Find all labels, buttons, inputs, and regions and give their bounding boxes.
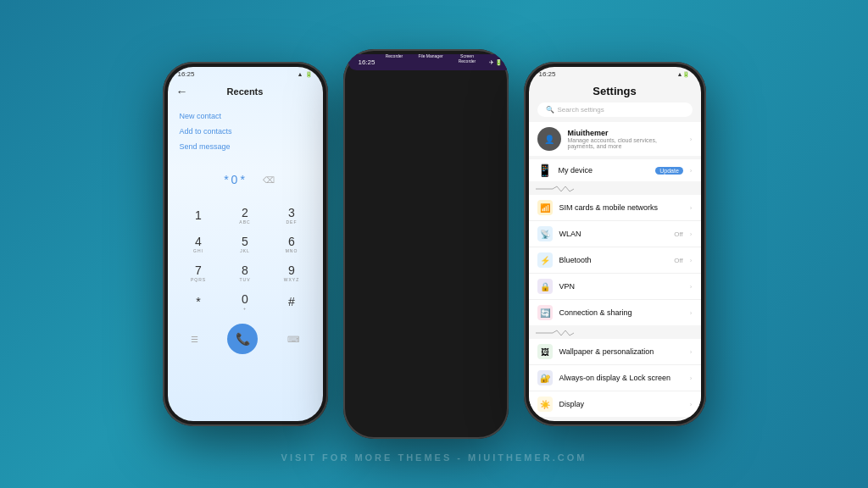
screen-middle: 16:25 ✈ 🔋 bbox=[348, 54, 509, 70]
send-message-option[interactable]: Send message bbox=[180, 139, 311, 154]
profile-info: Miuithemer Manage accounts, cloud servic… bbox=[568, 129, 683, 149]
status-icons-right: ▲🔋 bbox=[677, 71, 691, 78]
status-icons-left: ▲ 🔋 bbox=[298, 71, 313, 78]
search-placeholder: Search settings bbox=[558, 106, 604, 114]
display-icon: ☀️ bbox=[537, 396, 553, 412]
dialer-display: *0* bbox=[215, 164, 256, 195]
vpn-label: VPN bbox=[559, 282, 683, 291]
connection-icon: 🔄 bbox=[537, 305, 553, 320]
phone-middle: 16:25 ✈ 🔋 bbox=[343, 49, 509, 439]
device-label: My device bbox=[559, 166, 649, 175]
dial-key-5[interactable]: 5JKL bbox=[223, 230, 268, 258]
profile-chevron-icon: › bbox=[690, 136, 693, 143]
display-label: Display bbox=[559, 400, 683, 408]
wlan-label: WLAN bbox=[559, 230, 668, 238]
sim-icon: 📶 bbox=[537, 200, 553, 215]
sim-chevron-icon: › bbox=[690, 204, 693, 212]
back-arrow-icon[interactable]: ← bbox=[176, 85, 188, 98]
heartbeat-divider-bottom bbox=[529, 329, 701, 337]
wallpaper-icon: 🖼 bbox=[537, 344, 553, 359]
setting-bluetooth[interactable]: ⚡ Bluetooth Off › bbox=[529, 247, 701, 274]
profile-name: Miuithemer bbox=[568, 129, 683, 137]
status-time-right: 16:25 bbox=[539, 70, 556, 78]
screen-right: 16:25 ▲🔋 Settings 🔍 Search settings 👤 Mi… bbox=[529, 67, 701, 421]
wallpaper-chevron-icon: › bbox=[690, 348, 693, 356]
phone-right: 16:25 ▲🔋 Settings 🔍 Search settings 👤 Mi… bbox=[524, 62, 706, 426]
dial-key-star[interactable]: * bbox=[176, 288, 221, 315]
status-time-left: 16:25 bbox=[178, 70, 195, 78]
add-to-contacts-option[interactable]: Add to contacts bbox=[180, 124, 311, 139]
profile-sub: Manage accounts, cloud services, payment… bbox=[568, 137, 683, 149]
settings-group-display: 🖼 Wallpaper & personalization › 🔐 Always… bbox=[529, 339, 701, 417]
settings-search[interactable]: 🔍 Search settings bbox=[537, 103, 693, 117]
bluetooth-value: Off bbox=[674, 257, 683, 264]
dialer-bottom: ☰ 📞 ⌨ bbox=[168, 319, 323, 359]
wallpaper-label: Wallpaper & personalization bbox=[559, 347, 683, 356]
app-labels: Recorder File Manager Screen Recorder bbox=[380, 54, 482, 64]
new-contact-option[interactable]: New contact bbox=[180, 108, 311, 124]
wlan-icon: 📡 bbox=[537, 226, 553, 241]
call-icon: 📞 bbox=[236, 332, 250, 346]
device-chevron-icon: › bbox=[690, 167, 693, 175]
dialpad: 1 2ABC 3DEF 4GHI 5JKL 6MNO 7PQRS 8TUV 9W… bbox=[168, 198, 323, 319]
setting-sim-cards[interactable]: 📶 SIM cards & mobile networks › bbox=[529, 195, 701, 221]
device-row[interactable]: 📱 My device Update › bbox=[529, 159, 701, 181]
app-label-screen-recorder: Screen Recorder bbox=[453, 54, 482, 64]
phone-left: 16:25 ▲ 🔋 ← Recents New contact Add to c… bbox=[163, 62, 328, 426]
dial-key-4[interactable]: 4GHI bbox=[176, 230, 221, 258]
dial-key-9[interactable]: 9WXYZ bbox=[270, 259, 314, 286]
bluetooth-chevron-icon: › bbox=[690, 257, 693, 264]
heartbeat-icon-2 bbox=[536, 330, 694, 336]
app-label-recorder: Recorder bbox=[380, 54, 409, 64]
profile-row[interactable]: 👤 Miuithemer Manage accounts, cloud serv… bbox=[529, 122, 701, 156]
aod-label: Always-on display & Lock screen bbox=[559, 374, 683, 382]
settings-group-network: 📶 SIM cards & mobile networks › 📡 WLAN O… bbox=[529, 195, 701, 325]
app-label-file-manager: File Manager bbox=[416, 54, 446, 64]
wlan-chevron-icon: › bbox=[690, 230, 693, 238]
device-icon: 📱 bbox=[537, 164, 552, 177]
search-icon: 🔍 bbox=[546, 106, 554, 114]
dial-key-2[interactable]: 2ABC bbox=[223, 202, 268, 229]
watermark: VISIT FOR MORE THEMES - MIUITHEMER.COM bbox=[281, 452, 587, 463]
setting-aod[interactable]: 🔐 Always-on display & Lock screen › bbox=[529, 365, 701, 391]
setting-connection-sharing[interactable]: 🔄 Connection & sharing › bbox=[529, 300, 701, 325]
vpn-chevron-icon: › bbox=[690, 283, 693, 291]
contact-options: New contact Add to contacts Send message bbox=[168, 102, 323, 161]
dial-key-0[interactable]: 0+ bbox=[223, 288, 268, 315]
settings-title: Settings bbox=[529, 81, 701, 103]
setting-display[interactable]: ☀️ Display › bbox=[529, 391, 701, 417]
heartbeat-icon bbox=[536, 186, 694, 192]
vpn-icon: 🔒 bbox=[537, 279, 553, 294]
recents-title: Recents bbox=[227, 86, 264, 97]
delete-icon[interactable]: ⌫ bbox=[263, 175, 275, 185]
setting-vpn[interactable]: 🔒 VPN › bbox=[529, 274, 701, 300]
dial-key-3[interactable]: 3DEF bbox=[270, 202, 314, 229]
dial-key-1[interactable]: 1 bbox=[176, 202, 221, 229]
status-bar-right: 16:25 ▲🔋 bbox=[529, 67, 701, 81]
update-badge[interactable]: Update bbox=[655, 167, 683, 175]
aod-chevron-icon: › bbox=[690, 374, 693, 382]
keypad-icon[interactable]: ⌨ bbox=[287, 335, 299, 344]
call-button[interactable]: 📞 bbox=[227, 324, 258, 354]
connection-chevron-icon: › bbox=[690, 309, 693, 317]
screen-left: 16:25 ▲ 🔋 ← Recents New contact Add to c… bbox=[168, 67, 323, 421]
heartbeat-divider-top bbox=[529, 185, 701, 193]
phones-container: 16:25 ▲ 🔋 ← Recents New contact Add to c… bbox=[163, 49, 706, 439]
menu-icon[interactable]: ☰ bbox=[191, 335, 198, 344]
dial-key-8[interactable]: 8TUV bbox=[223, 259, 268, 286]
bluetooth-label: Bluetooth bbox=[559, 256, 668, 264]
status-time-middle: 16:25 bbox=[359, 58, 376, 66]
connection-label: Connection & sharing bbox=[559, 308, 683, 317]
aod-icon: 🔐 bbox=[537, 370, 553, 385]
dial-key-hash[interactable]: # bbox=[270, 288, 314, 315]
header-bar-left: ← Recents bbox=[168, 81, 323, 102]
wlan-value: Off bbox=[674, 230, 683, 238]
dial-key-7[interactable]: 7PQRS bbox=[176, 259, 221, 286]
display-chevron-icon: › bbox=[690, 401, 693, 408]
status-icons-middle: ✈ 🔋 bbox=[489, 58, 504, 66]
setting-wlan[interactable]: 📡 WLAN Off › bbox=[529, 221, 701, 247]
status-bar-left: 16:25 ▲ 🔋 bbox=[168, 67, 323, 81]
setting-wallpaper[interactable]: 🖼 Wallpaper & personalization › bbox=[529, 339, 701, 365]
avatar: 👤 bbox=[537, 127, 561, 151]
dial-key-6[interactable]: 6MNO bbox=[270, 230, 314, 258]
